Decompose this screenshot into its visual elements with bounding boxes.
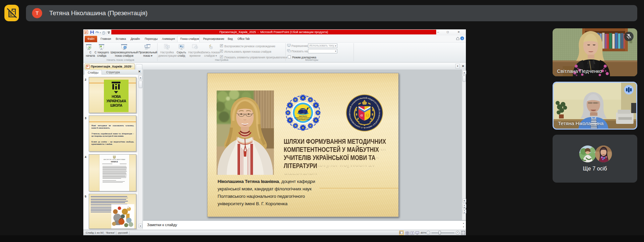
svg-text:ТА ЖУРНАЛІСТИКИ: ТА ЖУРНАЛІСТИКИ <box>296 119 310 120</box>
svg-text:α: α <box>361 112 363 117</box>
svg-text:?: ? <box>461 37 463 40</box>
svg-text:P: P <box>85 31 87 34</box>
svg-text:Ω: Ω <box>366 112 369 117</box>
svg-text:P: P <box>87 65 88 67</box>
